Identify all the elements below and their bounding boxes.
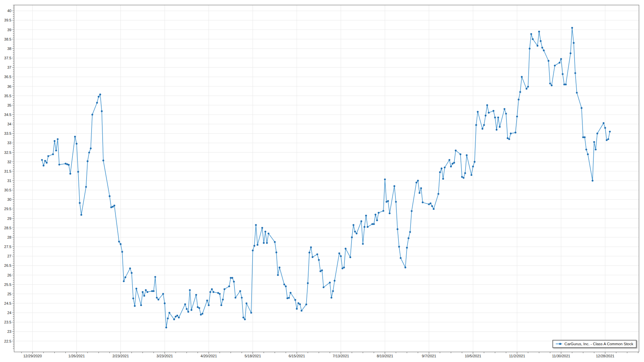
y-tick-label: 24 — [7, 311, 11, 315]
y-tick-label: 34.5 — [4, 113, 11, 117]
data-point-marker — [329, 282, 331, 283]
y-tick-label: 31 — [7, 179, 11, 183]
data-point-marker — [428, 203, 430, 205]
data-point-marker — [606, 139, 607, 141]
data-point-marker — [131, 272, 132, 274]
y-tick-label: 32 — [7, 160, 11, 164]
data-point-marker — [176, 315, 178, 316]
data-point-marker — [378, 212, 379, 214]
data-point-marker — [274, 241, 276, 243]
data-point-marker — [230, 277, 231, 279]
data-point-marker — [74, 136, 76, 137]
data-point-marker — [338, 252, 340, 254]
data-point-marker — [584, 136, 586, 138]
data-point-marker — [340, 255, 342, 257]
data-point-marker — [466, 154, 468, 156]
plot-border — [14, 5, 639, 352]
data-point-marker — [178, 317, 180, 318]
data-point-marker — [548, 60, 549, 62]
data-point-marker — [581, 107, 582, 109]
data-point-marker — [113, 205, 115, 206]
data-point-marker — [482, 128, 483, 130]
data-point-marker — [156, 297, 158, 298]
y-tick-label: 39 — [7, 28, 11, 32]
stock-line-chart: 22.52323.52424.52525.52626.52727.52828.5… — [0, 0, 644, 362]
data-point-marker — [134, 305, 136, 307]
price-line — [42, 28, 610, 327]
data-point-marker — [406, 247, 408, 248]
data-point-marker — [277, 274, 279, 276]
data-point-marker — [554, 65, 555, 66]
data-point-marker — [497, 117, 499, 118]
data-point-marker — [529, 48, 530, 49]
data-point-marker — [607, 138, 609, 140]
data-point-marker — [318, 259, 320, 261]
y-tick-label: 30 — [7, 197, 11, 201]
data-point-marker — [448, 159, 450, 161]
data-point-marker — [560, 58, 562, 60]
data-point-marker — [439, 171, 441, 173]
data-point-marker — [488, 112, 489, 114]
data-point-marker — [200, 314, 202, 315]
data-point-marker — [195, 294, 197, 296]
data-point-marker — [254, 245, 255, 247]
data-point-marker — [142, 291, 144, 293]
data-point-marker — [209, 291, 211, 293]
data-point-marker — [341, 267, 343, 269]
data-point-marker — [109, 195, 110, 197]
x-tick-label: 10/5/2021 — [465, 354, 481, 358]
data-point-marker — [301, 310, 302, 311]
data-point-marker — [350, 256, 351, 258]
data-point-marker — [279, 266, 280, 268]
data-point-marker — [263, 242, 265, 244]
data-point-marker — [570, 52, 571, 54]
data-point-marker — [234, 297, 236, 298]
data-point-marker — [503, 108, 505, 110]
data-point-marker — [151, 290, 153, 292]
y-tick-label: 23 — [7, 329, 11, 334]
legend-series-marker-icon — [556, 342, 562, 346]
data-point-marker — [307, 282, 309, 284]
y-tick-label: 23.5 — [4, 320, 11, 324]
data-point-marker — [496, 129, 497, 130]
data-point-marker — [541, 47, 543, 48]
data-point-marker — [472, 166, 474, 167]
data-point-marker — [250, 312, 252, 313]
data-point-marker — [564, 83, 565, 85]
data-point-marker — [518, 99, 520, 100]
data-point-marker — [361, 220, 362, 222]
data-point-marker — [431, 205, 433, 207]
x-tick-label: 9/7/2021 — [422, 354, 436, 358]
data-point-marker — [515, 132, 516, 133]
data-point-marker — [362, 243, 364, 245]
data-point-marker — [43, 165, 44, 166]
data-point-marker — [173, 318, 175, 320]
data-point-marker — [483, 124, 485, 126]
data-point-marker — [55, 149, 57, 151]
y-tick-label: 37 — [7, 65, 11, 69]
data-point-marker — [165, 326, 167, 328]
x-tick-label: 4/20/2021 — [201, 354, 217, 358]
data-point-marker — [57, 138, 58, 140]
data-point-marker — [345, 248, 346, 249]
data-point-marker — [140, 304, 142, 306]
data-point-marker — [574, 72, 576, 74]
data-point-marker — [387, 200, 389, 202]
data-point-marker — [384, 178, 386, 180]
data-point-marker — [460, 154, 461, 155]
data-point-marker — [167, 317, 169, 319]
data-point-marker — [309, 252, 310, 253]
data-point-marker — [494, 117, 496, 118]
data-point-marker — [527, 86, 529, 87]
y-tick-label: 26.5 — [4, 263, 11, 267]
x-tick-label: 12/28/2021 — [596, 354, 614, 358]
data-point-marker — [92, 114, 93, 115]
data-point-marker — [239, 290, 241, 292]
data-point-marker — [505, 113, 507, 114]
data-point-marker — [191, 309, 192, 311]
data-point-marker — [455, 149, 457, 151]
data-point-marker — [596, 133, 598, 134]
data-point-marker — [354, 231, 356, 232]
x-tick-label: 3/23/2021 — [157, 354, 173, 358]
data-point-marker — [101, 110, 103, 112]
